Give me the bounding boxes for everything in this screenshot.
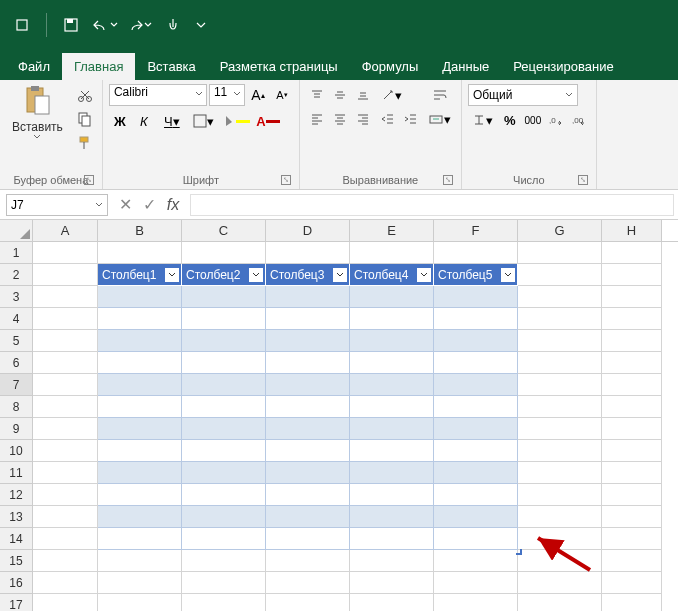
col-header[interactable]: E <box>350 220 434 241</box>
cell[interactable] <box>434 484 518 506</box>
cell[interactable] <box>33 374 98 396</box>
cell[interactable] <box>518 484 602 506</box>
cell[interactable] <box>266 374 350 396</box>
cell[interactable]: Столбец4 <box>350 264 434 286</box>
col-header[interactable]: C <box>182 220 266 241</box>
cell[interactable] <box>33 462 98 484</box>
cell[interactable] <box>33 264 98 286</box>
col-header[interactable]: G <box>518 220 602 241</box>
increase-indent-button[interactable] <box>400 108 422 130</box>
cell[interactable] <box>350 418 434 440</box>
cell[interactable] <box>98 242 182 264</box>
cell[interactable] <box>98 572 182 594</box>
row-header[interactable]: 14 <box>0 528 33 550</box>
cell[interactable] <box>98 418 182 440</box>
cell[interactable] <box>602 572 662 594</box>
dialog-launcher[interactable]: ⤡ <box>84 175 94 185</box>
tab-page-layout[interactable]: Разметка страницы <box>208 53 350 80</box>
cell[interactable] <box>98 440 182 462</box>
merge-button[interactable]: ▾ <box>425 108 455 130</box>
cell[interactable] <box>182 330 266 352</box>
cell[interactable] <box>518 440 602 462</box>
col-header[interactable]: H <box>602 220 662 241</box>
cell[interactable] <box>602 484 662 506</box>
row-header[interactable]: 5 <box>0 330 33 352</box>
cell[interactable] <box>182 484 266 506</box>
cell[interactable] <box>33 352 98 374</box>
cell[interactable] <box>350 330 434 352</box>
name-box[interactable]: J7 <box>6 194 108 216</box>
enter-button[interactable]: ✓ <box>138 194 160 216</box>
cell[interactable] <box>33 286 98 308</box>
cell[interactable] <box>33 550 98 572</box>
cell[interactable] <box>182 528 266 550</box>
row-header[interactable]: 11 <box>0 462 33 484</box>
cell[interactable] <box>602 352 662 374</box>
control-menu[interactable] <box>8 11 36 39</box>
cell[interactable] <box>518 374 602 396</box>
cell[interactable] <box>518 462 602 484</box>
cell[interactable] <box>266 550 350 572</box>
cell[interactable] <box>350 594 434 611</box>
cell[interactable] <box>182 242 266 264</box>
cell[interactable] <box>602 286 662 308</box>
cell[interactable] <box>602 242 662 264</box>
tab-insert[interactable]: Вставка <box>135 53 207 80</box>
dialog-launcher[interactable]: ⤡ <box>578 175 588 185</box>
borders-button[interactable]: ▾ <box>189 110 219 132</box>
cell[interactable] <box>434 242 518 264</box>
cell[interactable] <box>33 572 98 594</box>
row-header[interactable]: 15 <box>0 550 33 572</box>
cancel-button[interactable]: ✕ <box>114 194 136 216</box>
percent-button[interactable]: % <box>499 109 521 131</box>
cell[interactable] <box>350 374 434 396</box>
filter-button[interactable] <box>165 268 179 282</box>
tab-formulas[interactable]: Формулы <box>350 53 431 80</box>
cell[interactable] <box>266 286 350 308</box>
filter-button[interactable] <box>333 268 347 282</box>
font-name-select[interactable]: Calibri <box>109 84 207 106</box>
tab-home[interactable]: Главная <box>62 53 135 80</box>
cell[interactable] <box>98 330 182 352</box>
col-header[interactable]: F <box>434 220 518 241</box>
fx-button[interactable]: fx <box>162 194 184 216</box>
cell[interactable] <box>98 462 182 484</box>
cell[interactable] <box>350 352 434 374</box>
redo-button[interactable] <box>125 11 153 39</box>
wrap-text-button[interactable] <box>425 84 455 106</box>
cell[interactable] <box>33 506 98 528</box>
cell[interactable] <box>350 286 434 308</box>
copy-button[interactable] <box>74 108 96 130</box>
cell[interactable] <box>266 594 350 611</box>
cell[interactable] <box>434 440 518 462</box>
cell[interactable] <box>98 550 182 572</box>
tab-data[interactable]: Данные <box>430 53 501 80</box>
italic-button[interactable]: К <box>133 110 155 132</box>
fill-color-button[interactable] <box>221 110 251 132</box>
row-header[interactable]: 7 <box>0 374 33 396</box>
cell[interactable]: Столбец1 <box>98 264 182 286</box>
row-header[interactable]: 4 <box>0 308 33 330</box>
cell[interactable] <box>350 462 434 484</box>
cell[interactable] <box>33 528 98 550</box>
cell[interactable] <box>33 396 98 418</box>
cell[interactable] <box>266 418 350 440</box>
cell[interactable] <box>98 286 182 308</box>
cell[interactable] <box>350 550 434 572</box>
cell[interactable] <box>182 440 266 462</box>
cell[interactable] <box>98 484 182 506</box>
cell[interactable] <box>182 374 266 396</box>
cell[interactable]: Столбец3 <box>266 264 350 286</box>
cell[interactable] <box>350 440 434 462</box>
cell[interactable] <box>182 550 266 572</box>
row-header[interactable]: 6 <box>0 352 33 374</box>
cell[interactable] <box>182 572 266 594</box>
cell[interactable] <box>350 572 434 594</box>
col-header[interactable]: A <box>33 220 98 241</box>
row-header[interactable]: 17 <box>0 594 33 611</box>
cell[interactable] <box>266 330 350 352</box>
number-format-select[interactable]: Общий <box>468 84 578 106</box>
cell[interactable] <box>518 264 602 286</box>
cell[interactable] <box>266 462 350 484</box>
cell[interactable] <box>434 572 518 594</box>
